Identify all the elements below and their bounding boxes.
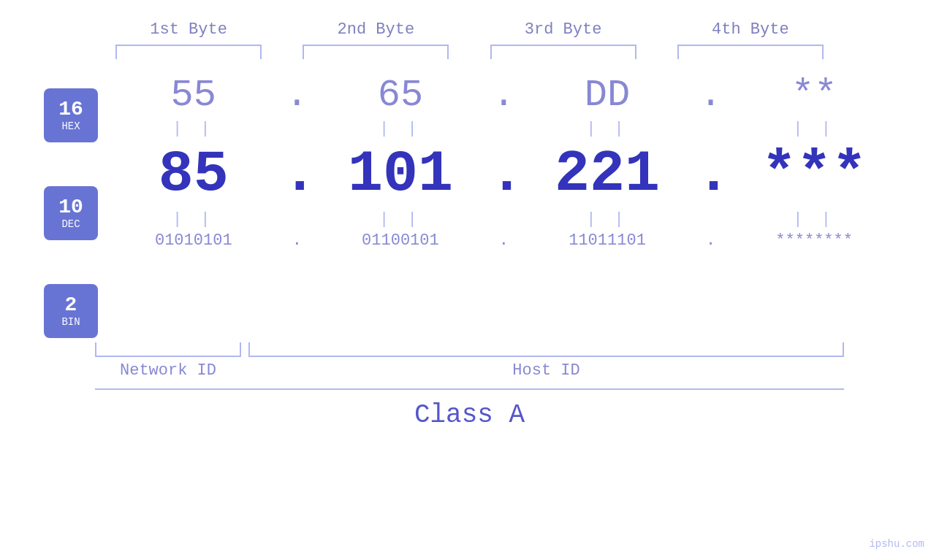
ip-display: 55 . 65 . DD . ** | | | | | | | | 85 — [113, 59, 895, 250]
dec-val-4: *** — [741, 145, 887, 204]
eq2-3: | | — [534, 210, 680, 229]
equals-row-1: | | | | | | | | — [113, 120, 895, 138]
bin-dot-1: . — [282, 231, 311, 250]
hex-number: 16 — [58, 99, 83, 121]
dec-dot-3: . — [696, 141, 726, 207]
eq1-4: | | — [741, 120, 887, 138]
bin-val-3: 11011101 — [534, 231, 680, 250]
dec-dot-2: . — [489, 141, 518, 207]
watermark: ipshu.com — [869, 538, 924, 550]
hex-badge: 16 HEX — [44, 88, 98, 142]
byte1-header: 1st Byte — [115, 20, 262, 39]
bin-row: 01010101 . 01100101 . 11011101 . *******… — [113, 231, 895, 250]
dec-row: 85 . 101 . 221 . *** — [113, 141, 895, 207]
id-labels-row: Network ID Host ID — [0, 361, 939, 380]
hex-label: HEX — [61, 121, 80, 132]
dec-number: 10 — [58, 196, 83, 219]
base-badges: 16 HEX 10 DEC 2 BIN — [44, 88, 98, 338]
eq2-2: | | — [327, 210, 474, 229]
content-area: 16 HEX 10 DEC 2 BIN 55 . 65 . DD . ** — [0, 59, 939, 338]
bracket-top-1 — [115, 45, 262, 59]
byte-headers: 1st Byte 2nd Byte 3rd Byte 4th Byte — [0, 20, 939, 39]
network-id-label: Network ID — [95, 361, 241, 380]
class-line-container — [0, 388, 939, 390]
byte2-header: 2nd Byte — [303, 20, 449, 39]
hex-val-1: 55 — [121, 59, 267, 117]
eq2-1: | | — [121, 210, 267, 229]
class-label: Class A — [0, 400, 939, 430]
dec-val-1: 85 — [121, 145, 267, 204]
bin-number: 2 — [65, 294, 77, 317]
bin-val-1: 01010101 — [121, 231, 267, 250]
eq2-4: | | — [741, 210, 887, 229]
dec-label: DEC — [61, 219, 80, 230]
dec-val-3: 221 — [534, 145, 680, 204]
class-divider — [95, 388, 844, 390]
byte4-header: 4th Byte — [677, 20, 824, 39]
bin-badge: 2 BIN — [44, 284, 98, 338]
hex-dot-3: . — [696, 59, 726, 117]
eq1-2: | | — [327, 120, 474, 138]
dec-dot-1: . — [282, 141, 311, 207]
hex-dot-2: . — [489, 59, 518, 117]
hex-val-3: DD — [534, 59, 680, 117]
bracket-top-2 — [303, 45, 449, 59]
bin-dot-3: . — [696, 231, 726, 250]
bin-val-4: ******** — [741, 231, 887, 250]
bin-label: BIN — [61, 317, 80, 328]
host-id-label: Host ID — [248, 361, 844, 380]
eq1-1: | | — [121, 120, 267, 138]
hex-row: 55 . 65 . DD . ** — [113, 59, 895, 117]
hex-dot-1: . — [282, 59, 311, 117]
bin-val-2: 01100101 — [327, 231, 474, 250]
equals-row-2: | | | | | | | | — [113, 210, 895, 229]
dec-val-2: 101 — [327, 145, 474, 204]
hex-val-4: ** — [741, 59, 887, 117]
top-brackets — [0, 45, 939, 59]
bin-dot-2: . — [489, 231, 518, 250]
bracket-bottom-host — [248, 342, 844, 357]
bracket-bottom-network — [95, 342, 241, 357]
main-container: 1st Byte 2nd Byte 3rd Byte 4th Byte 16 H… — [0, 0, 939, 560]
eq1-3: | | — [534, 120, 680, 138]
hex-val-2: 65 — [327, 59, 474, 117]
dec-badge: 10 DEC — [44, 186, 98, 240]
bottom-brackets-area — [0, 342, 939, 357]
bracket-top-3 — [490, 45, 636, 59]
bracket-top-4 — [677, 45, 824, 59]
byte3-header: 3rd Byte — [490, 20, 636, 39]
